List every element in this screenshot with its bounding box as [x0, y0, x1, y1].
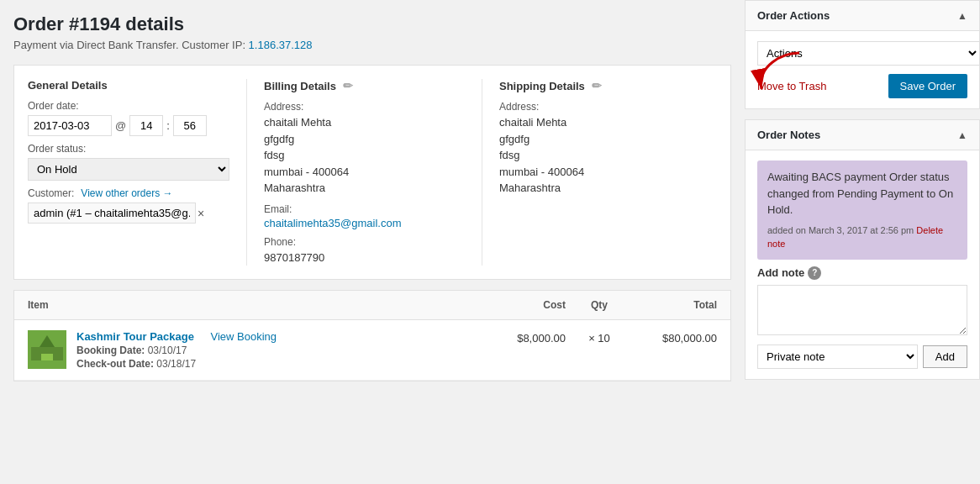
- billing-address-line2: fdsg: [264, 147, 465, 164]
- actions-select[interactable]: Actions Email invoice / order details to…: [757, 41, 980, 66]
- billing-email-link[interactable]: chaitalimehta35@gmail.com: [264, 217, 402, 229]
- add-note-label: Add note ?: [757, 266, 967, 280]
- billing-address-state: Maharashtra: [264, 180, 465, 197]
- col-total-header: Total: [633, 299, 717, 311]
- order-notes-collapse-icon[interactable]: ▲: [957, 129, 967, 141]
- billing-phone-label: Phone:: [264, 236, 465, 248]
- shipping-details-header: Shipping Details ✏: [499, 79, 700, 92]
- sidebar: Order Actions ▲ Actions Email invoice / …: [745, 0, 980, 484]
- general-details-title: General Details: [28, 79, 108, 92]
- order-notes-header: Order Notes ▲: [746, 120, 979, 150]
- add-note-button[interactable]: Add: [923, 345, 967, 368]
- billing-address-label: Address:: [264, 101, 465, 113]
- shipping-address-label: Address:: [499, 101, 700, 113]
- col-qty-header: Qty: [566, 299, 633, 311]
- general-details-col: General Details Order date: @ : Order st…: [28, 79, 246, 266]
- shipping-details-title: Shipping Details: [499, 80, 585, 92]
- booking-date-label: Booking Date:: [76, 345, 145, 356]
- col-cost-header: Cost: [482, 299, 566, 311]
- billing-address-line1: gfgdfg: [264, 131, 465, 148]
- note-type-select[interactable]: Customer note Private note: [757, 345, 918, 369]
- shipping-address-line1: gfgdfg: [499, 131, 700, 148]
- order-actions-title: Order Actions: [757, 9, 830, 22]
- order-status-label: Order status:: [28, 143, 229, 155]
- action-links-row: Move to Trash Save Order: [757, 74, 967, 98]
- order-notes-box: Order Notes ▲ Awaiting BACS payment Orde…: [745, 119, 980, 380]
- shipping-address-line2: fdsg: [499, 147, 700, 164]
- item-qty: × 10: [566, 330, 633, 345]
- details-section: General Details Order date: @ : Order st…: [13, 65, 731, 280]
- note-date: added on March 3, 2017 at 2:56 pm: [767, 225, 914, 235]
- customer-label: Customer: View other orders →: [28, 187, 229, 199]
- general-details-header: General Details: [28, 79, 229, 92]
- add-note-textarea[interactable]: [757, 285, 967, 335]
- shipping-address-state: Maharashtra: [499, 180, 700, 197]
- note-meta: added on March 3, 2017 at 2:56 pm Delete…: [767, 224, 957, 251]
- order-date-label: Order date:: [28, 100, 229, 112]
- booking-date-value: 03/10/17: [148, 345, 187, 356]
- billing-email-label: Email:: [264, 203, 465, 215]
- item-name-link[interactable]: Kashmir Tour Package: [76, 330, 194, 343]
- add-note-footer: Customer note Private note Add: [757, 345, 967, 369]
- checkout-date-label: Check-out Date:: [76, 358, 154, 370]
- add-note-help-icon[interactable]: ?: [808, 266, 821, 280]
- billing-details-header: Billing Details ✏: [264, 79, 465, 92]
- hour-input[interactable]: [129, 115, 163, 136]
- order-actions-box: Order Actions ▲ Actions Email invoice / …: [745, 0, 980, 109]
- shipping-address-name: chaitali Mehta: [499, 114, 700, 131]
- order-notes-content: Awaiting BACS payment Order status chang…: [746, 150, 979, 379]
- item-details: Kashmir Tour Package View Booking Bookin…: [76, 330, 482, 370]
- order-note: Awaiting BACS payment Order status chang…: [757, 160, 967, 260]
- billing-details-title: Billing Details: [264, 80, 336, 92]
- note-text: Awaiting BACS payment Order status chang…: [767, 171, 953, 216]
- shipping-details-col: Shipping Details ✏ Address: chaitali Meh…: [482, 79, 717, 266]
- view-other-orders-link[interactable]: View other orders →: [81, 187, 172, 199]
- shipping-edit-icon[interactable]: ✏: [592, 79, 602, 92]
- customer-input[interactable]: [28, 203, 196, 224]
- customer-ip-link[interactable]: 1.186.37.128: [249, 39, 313, 51]
- minute-input[interactable]: [173, 115, 207, 136]
- view-booking-link[interactable]: View Booking: [211, 329, 277, 343]
- col-item-header: Item: [28, 299, 482, 311]
- item-cost: $8,000.00: [482, 330, 566, 345]
- item-thumbnail: [28, 330, 66, 369]
- billing-details-col: Billing Details ✏ Address: chaitali Meht…: [246, 79, 482, 266]
- order-actions-content: Actions Email invoice / order details to…: [746, 31, 979, 108]
- order-notes-title: Order Notes: [757, 129, 820, 141]
- billing-address-city: mumbai - 400064: [264, 164, 465, 181]
- items-section: Item Cost Qty Total Kashmir Tour: [13, 290, 731, 381]
- billing-edit-icon[interactable]: ✏: [343, 79, 353, 92]
- at-label: @: [115, 119, 126, 132]
- move-to-trash-link[interactable]: Move to Trash: [757, 80, 826, 92]
- order-subtitle: Payment via Direct Bank Transfer. Custom…: [13, 39, 731, 51]
- order-status-select[interactable]: Pending payment Processing On Hold Compl…: [28, 158, 229, 181]
- billing-address-name: chaitali Mehta: [264, 114, 465, 131]
- order-title: Order #1194 details: [13, 13, 731, 35]
- item-total: $80,000.00: [633, 330, 717, 345]
- save-order-button[interactable]: Save Order: [888, 74, 967, 98]
- remove-customer-button[interactable]: ×: [198, 207, 204, 220]
- order-actions-collapse-icon[interactable]: ▲: [957, 10, 967, 22]
- billing-phone-value: 9870187790: [264, 250, 465, 266]
- order-date-input[interactable]: [28, 115, 112, 136]
- order-actions-header: Order Actions ▲: [746, 1, 979, 31]
- items-table-header: Item Cost Qty Total: [14, 291, 730, 320]
- shipping-address-city: mumbai - 400064: [499, 164, 700, 181]
- svg-rect-3: [41, 354, 53, 360]
- checkout-date-value: 03/18/17: [156, 358, 196, 370]
- table-row: Kashmir Tour Package View Booking Bookin…: [14, 320, 730, 381]
- time-separator: :: [166, 119, 170, 132]
